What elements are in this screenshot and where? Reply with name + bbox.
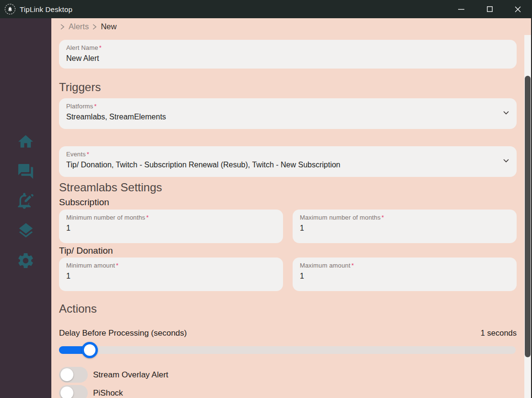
platforms-select[interactable]: Platforms* Streamlabs, StreamElements (59, 98, 517, 129)
app-window: TipLink Desktop (0, 0, 532, 398)
events-value: Tip/ Donation, Twitch - Subscription Ren… (66, 161, 509, 169)
scrollbar-thumb[interactable] (525, 76, 531, 357)
breadcrumb-item-new: New (101, 22, 117, 31)
alert-form: Alert Name* New Alert Triggers Platforms… (51, 35, 524, 398)
pishock-label: PiShock (93, 388, 123, 398)
required-marker: * (116, 262, 118, 269)
max-months-field[interactable]: Maximum number of months* 1 (293, 210, 517, 243)
window-title: TipLink Desktop (20, 5, 72, 13)
delay-slider[interactable] (59, 342, 517, 358)
events-label: Events (66, 151, 86, 158)
title-bar: TipLink Desktop (0, 0, 532, 18)
slider-track[interactable] (59, 346, 516, 354)
stream-overlay-label: Stream Overlay Alert (93, 370, 168, 380)
required-marker: * (87, 151, 89, 158)
layers-icon (17, 222, 35, 240)
chevron-down-icon[interactable] (501, 156, 511, 167)
min-amount-label: Minimum amount (66, 262, 115, 269)
breadcrumb-item-alerts[interactable]: Alerts (69, 22, 89, 31)
alert-name-input[interactable]: New Alert (66, 54, 509, 63)
sidebar-item-chat[interactable] (12, 162, 40, 181)
max-amount-field[interactable]: Maximum amount* 1 (293, 258, 517, 291)
min-amount-input[interactable]: 1 (66, 272, 276, 281)
subscription-heading: Subscription (59, 196, 517, 209)
delay-value: 1 seconds (481, 328, 517, 338)
max-months-label: Maximum number of months (300, 214, 380, 221)
minimize-button[interactable] (447, 0, 475, 18)
max-amount-label: Maximum amount (300, 262, 350, 269)
min-months-field[interactable]: Minimum number of months* 1 (59, 210, 283, 243)
streamlabs-settings-heading: Streamlabs Settings (59, 179, 517, 195)
close-button[interactable] (504, 0, 532, 18)
triggers-heading: Triggers (59, 79, 517, 95)
platforms-label: Platforms (66, 103, 93, 110)
alert-name-label: Alert Name (66, 44, 98, 51)
tip-donation-heading: Tip/ Donation (59, 245, 517, 257)
delay-label: Delay Before Processing (seconds) (59, 328, 187, 338)
sidebar-item-settings[interactable] (12, 251, 40, 270)
content-area: Alerts New Alert Name* New Alert Trigger… (51, 18, 531, 398)
pishock-toggle[interactable] (59, 385, 88, 398)
sidebar-item-layers[interactable] (12, 221, 40, 240)
toggle-knob (60, 386, 73, 398)
toggle-knob (60, 368, 73, 381)
required-marker: * (351, 262, 354, 269)
home-icon (17, 133, 35, 151)
alert-name-field[interactable]: Alert Name* New Alert (59, 40, 517, 69)
min-amount-field[interactable]: Minimum amount* 1 (59, 258, 283, 291)
stream-overlay-toggle[interactable] (59, 367, 88, 383)
edit-alert-icon (16, 191, 35, 211)
chevron-down-icon[interactable] (501, 108, 511, 119)
chevron-right-icon (92, 23, 97, 30)
required-marker: * (99, 44, 102, 51)
max-amount-input[interactable]: 1 (300, 272, 509, 281)
sidebar-item-alerts[interactable] (12, 191, 40, 211)
breadcrumb: Alerts New (51, 18, 531, 35)
required-marker: * (94, 103, 96, 110)
sidebar-nav (0, 18, 51, 398)
maximize-button[interactable] (475, 0, 504, 18)
sidebar-item-home[interactable] (12, 132, 40, 151)
vertical-scrollbar[interactable] (524, 35, 531, 398)
platforms-value: Streamlabs, StreamElements (66, 113, 509, 121)
required-marker: * (146, 214, 149, 221)
chevron-right-icon (60, 23, 65, 30)
min-months-input[interactable]: 1 (66, 224, 276, 233)
events-select[interactable]: Events* Tip/ Donation, Twitch - Subscrip… (59, 146, 517, 177)
required-marker: * (381, 214, 384, 221)
min-months-label: Minimum number of months (66, 214, 145, 221)
slider-thumb[interactable] (82, 342, 98, 358)
chat-icon (17, 163, 35, 180)
max-months-input[interactable]: 1 (300, 224, 509, 233)
actions-heading: Actions (59, 301, 517, 316)
app-logo-icon (5, 4, 15, 14)
settings-icon (16, 251, 35, 270)
